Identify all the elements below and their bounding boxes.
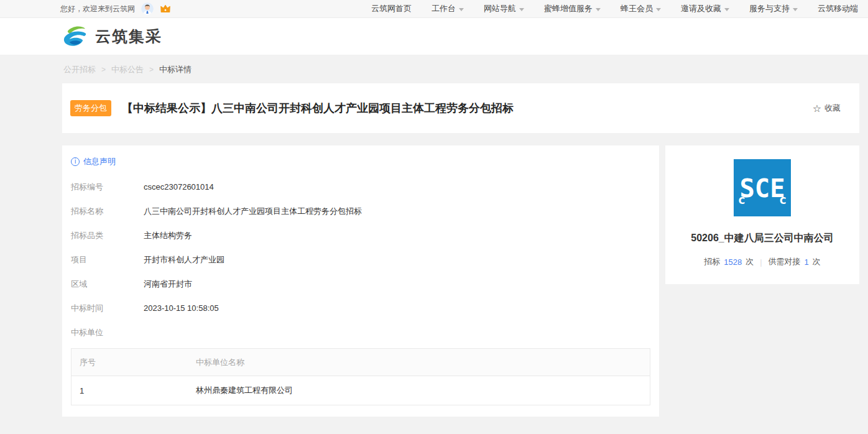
field-label: 中标时间 xyxy=(71,304,144,313)
content-columns: i 信息声明 招标编号 cscec23072601014 招标名称 八三中南公司… xyxy=(62,145,859,417)
field-label: 区域 xyxy=(71,280,144,289)
nav-label: 云筑网首页 xyxy=(371,3,412,14)
company-name[interactable]: 50206_中建八局三公司中南公司 xyxy=(676,232,848,245)
nav-item-site-nav[interactable]: 网站导航 xyxy=(484,3,524,14)
breadcrumb-open-tender[interactable]: 公开招标 xyxy=(63,64,96,75)
cscec-logo-right: c xyxy=(779,192,787,207)
winner-table: 序号 中标单位名称 1 林州鼎秦建筑工程有限公司 xyxy=(71,348,650,405)
breadcrumb-separator: > xyxy=(149,65,154,74)
user-avatar-icon xyxy=(141,2,154,15)
match-count-label: 供需对接 xyxy=(769,256,801,267)
company-stats: 招标 1528 次 | 供需对接 1 次 xyxy=(676,256,848,267)
stats-divider: | xyxy=(760,257,762,267)
field-value: 主体结构劳务 xyxy=(144,231,192,240)
field-value: 河南省开封市 xyxy=(144,280,192,289)
info-icon: i xyxy=(71,157,80,166)
user-avatar[interactable] xyxy=(141,2,154,15)
cscec-logo-mid: SCE xyxy=(739,173,785,203)
bid-count-value[interactable]: 1528 xyxy=(724,257,742,267)
table-row: 1 林州鼎秦建筑工程有限公司 xyxy=(72,376,650,405)
nav-item-mobile[interactable]: 云筑移动端 xyxy=(818,3,858,14)
breadcrumb-award-notice[interactable]: 中标公告 xyxy=(111,64,144,75)
field-value: cscec23072601014 xyxy=(144,183,214,192)
page-title: 【中标结果公示】八三中南公司开封科创人才产业园项目主体工程劳务分包招标 xyxy=(122,101,514,116)
cell-winner-name: 林州鼎秦建筑工程有限公司 xyxy=(196,385,650,396)
match-count-unit: 次 xyxy=(813,256,821,267)
field-label: 中标单位 xyxy=(71,328,144,337)
info-declaration-link[interactable]: i 信息声明 xyxy=(71,156,650,167)
category-badge: 劳务分包 xyxy=(70,100,111,116)
detail-card: i 信息声明 招标编号 cscec23072601014 招标名称 八三中南公司… xyxy=(62,145,659,417)
company-card: SCE c c 50206_中建八局三公司中南公司 招标 1528 次 | 供需… xyxy=(665,145,859,284)
match-count-value[interactable]: 1 xyxy=(805,257,809,267)
cscec-logo: SCE c c xyxy=(734,159,791,216)
field-row-tender-name: 招标名称 八三中南公司开封科创人才产业园项目主体工程劳务分包招标 xyxy=(71,207,650,216)
topbar-user-area: 您好，欢迎来到云筑网 xyxy=(60,2,171,15)
nav-item-home[interactable]: 云筑网首页 xyxy=(371,3,412,14)
chevron-down-icon xyxy=(724,8,729,11)
field-row-award-unit: 中标单位 xyxy=(71,328,650,337)
cscec-logo-left: c xyxy=(738,192,746,207)
chevron-down-icon xyxy=(519,8,524,11)
field-label: 招标名称 xyxy=(71,207,144,216)
nav-label: 网站导航 xyxy=(484,3,516,14)
star-icon: ☆ xyxy=(813,103,821,114)
chevron-down-icon xyxy=(596,8,601,11)
header-serial-no: 序号 xyxy=(72,357,196,368)
field-label: 项目 xyxy=(71,256,144,264)
vip-crown-icon[interactable] xyxy=(160,4,171,14)
field-row-award-time: 中标时间 2023-10-15 10:58:05 xyxy=(71,304,650,313)
chevron-down-icon xyxy=(656,8,661,11)
nav-item-workbench[interactable]: 工作台 xyxy=(432,3,464,14)
brand-logo[interactable]: 云筑集采 xyxy=(60,24,162,50)
chevron-down-icon xyxy=(459,8,464,11)
breadcrumb-award-detail: 中标详情 xyxy=(159,64,192,75)
yunzhu-swirl-icon xyxy=(60,24,90,50)
greeting-text: 您好，欢迎来到云筑网 xyxy=(60,4,135,14)
nav-item-queen-member[interactable]: 蜂王会员 xyxy=(621,3,661,14)
nav-item-invite-favorites[interactable]: 邀请及收藏 xyxy=(681,3,729,14)
breadcrumb-separator: > xyxy=(101,65,106,74)
field-value: 2023-10-15 10:58:05 xyxy=(144,304,219,313)
field-row-project: 项目 开封市科创人才产业园 xyxy=(71,256,650,264)
nav-label: 邀请及收藏 xyxy=(681,3,721,14)
info-declaration-label: 信息声明 xyxy=(83,156,116,167)
site-header: 云筑集采 xyxy=(0,18,868,55)
favorite-label: 收藏 xyxy=(824,103,841,114)
page-body: 公开招标 > 中标公告 > 中标详情 劳务分包 【中标结果公示】八三中南公司开封… xyxy=(0,55,868,417)
topbar-nav: 云筑网首页 工作台 网站导航 蜜蜂增值服务 蜂王会员 邀请及收藏 服务与支持 云… xyxy=(371,3,858,14)
winner-table-header: 序号 中标单位名称 xyxy=(72,349,650,376)
nav-item-service-support[interactable]: 服务与支持 xyxy=(749,3,798,14)
bid-count-unit: 次 xyxy=(746,256,754,267)
nav-label: 云筑移动端 xyxy=(818,3,858,14)
breadcrumb: 公开招标 > 中标公告 > 中标详情 xyxy=(62,55,859,75)
title-card: 劳务分包 【中标结果公示】八三中南公司开封科创人才产业园项目主体工程劳务分包招标… xyxy=(62,83,859,133)
cell-serial-no: 1 xyxy=(72,386,196,395)
field-row-region: 区域 河南省开封市 xyxy=(71,280,650,289)
nav-item-bee-services[interactable]: 蜜蜂增值服务 xyxy=(544,3,601,14)
topbar: 您好，欢迎来到云筑网 云筑网首页 工作台 网站导航 xyxy=(0,0,868,18)
nav-label: 工作台 xyxy=(432,3,456,14)
nav-label: 蜜蜂增值服务 xyxy=(544,3,593,14)
field-value: 八三中南公司开封科创人才产业园项目主体工程劳务分包招标 xyxy=(144,207,362,216)
field-row-tender-category: 招标品类 主体结构劳务 xyxy=(71,231,650,240)
brand-name: 云筑集采 xyxy=(95,26,162,47)
bid-count-label: 招标 xyxy=(704,256,720,267)
field-label: 招标品类 xyxy=(71,231,144,240)
field-row-tender-no: 招标编号 cscec23072601014 xyxy=(71,183,650,192)
nav-label: 蜂王会员 xyxy=(621,3,653,14)
header-winner-name: 中标单位名称 xyxy=(196,357,650,368)
field-label: 招标编号 xyxy=(71,183,144,192)
chevron-down-icon xyxy=(793,8,798,11)
nav-label: 服务与支持 xyxy=(749,3,790,14)
field-value: 开封市科创人才产业园 xyxy=(144,256,224,264)
favorite-button[interactable]: ☆ 收藏 xyxy=(813,103,841,114)
